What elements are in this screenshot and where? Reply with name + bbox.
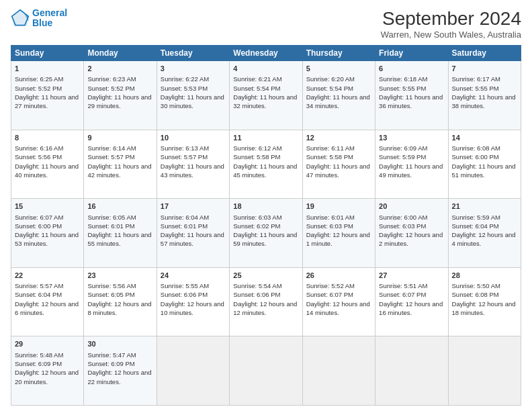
sunrise-text: Sunrise: 5:48 AM bbox=[15, 351, 63, 359]
day-number: 12 bbox=[306, 133, 371, 143]
day-number: 30 bbox=[87, 339, 152, 349]
sunset-text: Sunset: 5:57 PM bbox=[161, 153, 208, 161]
table-cell: 17Sunrise: 6:04 AMSunset: 6:01 PMDayligh… bbox=[157, 199, 229, 268]
day-number: 14 bbox=[452, 133, 517, 143]
sunrise-text: Sunrise: 6:25 AM bbox=[15, 75, 63, 83]
daylight-label: Daylight: 12 hours and 8 minutes. bbox=[87, 300, 151, 316]
daylight-label: Daylight: 11 hours and 34 minutes. bbox=[306, 93, 370, 109]
col-wednesday: Wednesday bbox=[230, 46, 302, 61]
sunrise-text: Sunrise: 6:00 AM bbox=[379, 214, 427, 221]
sunset-text: Sunset: 6:00 PM bbox=[15, 222, 62, 230]
sunrise-text: Sunrise: 6:09 AM bbox=[379, 144, 427, 152]
logo-icon bbox=[11, 9, 30, 28]
sunrise-text: Sunrise: 5:54 AM bbox=[233, 282, 281, 289]
table-cell bbox=[448, 336, 521, 406]
sunrise-text: Sunrise: 6:07 AM bbox=[15, 214, 63, 221]
sunrise-text: Sunrise: 5:50 AM bbox=[452, 282, 500, 289]
table-cell: 7Sunrise: 6:17 AMSunset: 5:55 PMDaylight… bbox=[448, 61, 521, 130]
daylight-label: Daylight: 11 hours and 47 minutes. bbox=[306, 163, 370, 179]
sunrise-text: Sunrise: 6:16 AM bbox=[15, 144, 63, 152]
col-sunday: Sunday bbox=[11, 46, 84, 61]
table-cell: 29Sunrise: 5:48 AMSunset: 6:09 PMDayligh… bbox=[11, 336, 84, 406]
sunset-text: Sunset: 6:01 PM bbox=[161, 222, 208, 230]
day-number: 9 bbox=[87, 133, 152, 143]
sunset-text: Sunset: 5:52 PM bbox=[87, 85, 134, 92]
sunrise-text: Sunrise: 6:13 AM bbox=[161, 144, 209, 152]
sunset-text: Sunset: 6:00 PM bbox=[452, 153, 499, 161]
daylight-label: Daylight: 11 hours and 32 minutes. bbox=[233, 93, 297, 109]
daylight-label: Daylight: 12 hours and 20 minutes. bbox=[15, 369, 79, 385]
table-cell bbox=[375, 336, 448, 406]
table-cell: 26Sunrise: 5:52 AMSunset: 6:07 PMDayligh… bbox=[302, 267, 375, 336]
col-thursday: Thursday bbox=[302, 46, 375, 61]
table-cell: 2Sunrise: 6:23 AMSunset: 5:52 PMDaylight… bbox=[84, 61, 157, 130]
table-cell: 24Sunrise: 5:55 AMSunset: 6:06 PMDayligh… bbox=[157, 267, 229, 336]
calendar-table: Sunday Monday Tuesday Wednesday Thursday… bbox=[11, 45, 521, 406]
sunrise-text: Sunrise: 6:21 AM bbox=[233, 75, 281, 83]
table-cell: 18Sunrise: 6:03 AMSunset: 6:02 PMDayligh… bbox=[230, 199, 302, 268]
sunset-text: Sunset: 6:09 PM bbox=[15, 360, 62, 367]
daylight-label: Daylight: 12 hours and 18 minutes. bbox=[452, 300, 516, 316]
day-number: 15 bbox=[15, 201, 80, 212]
sunrise-text: Sunrise: 5:47 AM bbox=[87, 351, 136, 359]
table-cell: 19Sunrise: 6:01 AMSunset: 6:03 PMDayligh… bbox=[302, 199, 375, 268]
table-cell: 14Sunrise: 6:08 AMSunset: 6:00 PMDayligh… bbox=[448, 130, 521, 199]
sunrise-text: Sunrise: 6:01 AM bbox=[306, 214, 355, 221]
daylight-label: Daylight: 11 hours and 45 minutes. bbox=[233, 163, 297, 179]
sunset-text: Sunset: 5:53 PM bbox=[161, 85, 208, 92]
sunset-text: Sunset: 5:59 PM bbox=[379, 153, 426, 161]
sunset-text: Sunset: 6:04 PM bbox=[452, 222, 499, 230]
day-number: 27 bbox=[379, 271, 444, 281]
day-number: 20 bbox=[379, 201, 444, 212]
table-cell: 6Sunrise: 6:18 AMSunset: 5:55 PMDaylight… bbox=[375, 61, 448, 130]
day-number: 24 bbox=[161, 271, 226, 281]
table-cell: 27Sunrise: 5:51 AMSunset: 6:07 PMDayligh… bbox=[375, 267, 448, 336]
table-cell bbox=[230, 336, 302, 406]
month-title: September 2024 bbox=[381, 8, 521, 30]
day-number: 25 bbox=[233, 271, 298, 281]
sunrise-text: Sunrise: 6:14 AM bbox=[87, 144, 136, 152]
sunrise-text: Sunrise: 5:52 AM bbox=[306, 282, 355, 289]
daylight-label: Daylight: 12 hours and 16 minutes. bbox=[379, 300, 443, 316]
calendar-row: 1Sunrise: 6:25 AMSunset: 5:52 PMDaylight… bbox=[11, 61, 521, 130]
calendar-header-row: Sunday Monday Tuesday Wednesday Thursday… bbox=[11, 46, 521, 61]
sunrise-text: Sunrise: 5:57 AM bbox=[15, 282, 63, 289]
daylight-label: Daylight: 11 hours and 57 minutes. bbox=[161, 231, 224, 247]
sunset-text: Sunset: 5:58 PM bbox=[306, 153, 353, 161]
day-number: 18 bbox=[233, 201, 298, 212]
table-cell: 25Sunrise: 5:54 AMSunset: 6:06 PMDayligh… bbox=[230, 267, 302, 336]
day-number: 28 bbox=[452, 271, 517, 281]
sunset-text: Sunset: 5:58 PM bbox=[233, 153, 280, 161]
sunset-text: Sunset: 5:57 PM bbox=[87, 153, 134, 161]
sunrise-text: Sunrise: 6:11 AM bbox=[306, 144, 355, 152]
calendar-row: 29Sunrise: 5:48 AMSunset: 6:09 PMDayligh… bbox=[11, 336, 521, 406]
day-number: 6 bbox=[379, 64, 444, 74]
daylight-label: Daylight: 12 hours and 4 minutes. bbox=[452, 231, 516, 247]
daylight-label: Daylight: 11 hours and 30 minutes. bbox=[161, 93, 224, 109]
sunrise-text: Sunrise: 6:08 AM bbox=[452, 144, 500, 152]
col-tuesday: Tuesday bbox=[157, 46, 229, 61]
table-cell: 16Sunrise: 6:05 AMSunset: 6:01 PMDayligh… bbox=[84, 199, 157, 268]
daylight-label: Daylight: 11 hours and 40 minutes. bbox=[15, 163, 79, 179]
day-number: 13 bbox=[379, 133, 444, 143]
table-cell: 12Sunrise: 6:11 AMSunset: 5:58 PMDayligh… bbox=[302, 130, 375, 199]
logo-text: General Blue bbox=[32, 8, 67, 29]
daylight-label: Daylight: 11 hours and 36 minutes. bbox=[379, 93, 443, 109]
sunset-text: Sunset: 5:52 PM bbox=[15, 85, 62, 92]
day-number: 4 bbox=[233, 64, 298, 74]
page: General Blue September 2024 Warren, New … bbox=[0, 0, 532, 411]
sunrise-text: Sunrise: 6:22 AM bbox=[161, 75, 209, 83]
daylight-label: Daylight: 12 hours and 6 minutes. bbox=[15, 300, 79, 316]
day-number: 8 bbox=[15, 133, 80, 143]
day-number: 19 bbox=[306, 201, 371, 212]
daylight-label: Daylight: 11 hours and 27 minutes. bbox=[15, 93, 79, 109]
sunrise-text: Sunrise: 5:56 AM bbox=[87, 282, 136, 289]
daylight-label: Daylight: 11 hours and 59 minutes. bbox=[233, 231, 297, 247]
table-cell: 23Sunrise: 5:56 AMSunset: 6:05 PMDayligh… bbox=[84, 267, 157, 336]
sunrise-text: Sunrise: 6:05 AM bbox=[87, 214, 136, 221]
day-number: 10 bbox=[161, 133, 226, 143]
day-number: 2 bbox=[87, 64, 152, 74]
sunrise-text: Sunrise: 6:18 AM bbox=[379, 75, 427, 83]
sunset-text: Sunset: 5:55 PM bbox=[379, 85, 426, 92]
day-number: 23 bbox=[87, 271, 152, 281]
